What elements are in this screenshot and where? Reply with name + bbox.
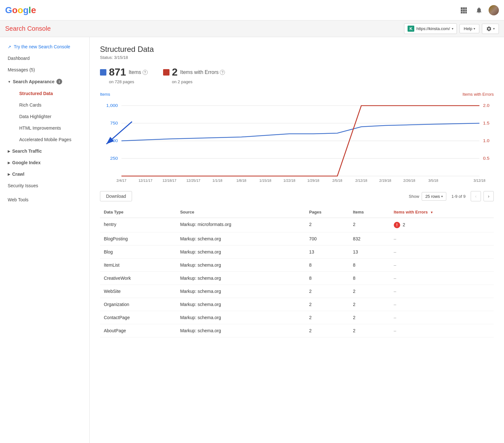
- cell-data-type: BlogPosting: [100, 232, 176, 246]
- svg-text:2.0: 2.0: [483, 103, 490, 108]
- svg-rect-4: [463, 10, 465, 12]
- dash-value: –: [394, 289, 396, 294]
- site-selector[interactable]: K https://kinsta.com/ ▾: [404, 23, 457, 34]
- rows-count: 25 rows: [425, 194, 440, 199]
- svg-rect-6: [461, 12, 463, 13]
- table-row[interactable]: Blog Markup: schema.org 13 13 –: [100, 246, 494, 259]
- table-row[interactable]: BlogPosting Markup: schema.org 700 832 –: [100, 232, 494, 246]
- table-row[interactable]: ContactPage Markup: schema.org 2 2 –: [100, 311, 494, 324]
- sidebar-item-label: HTML Improvements: [19, 125, 61, 131]
- sidebar-section-search-appearance[interactable]: ▼ Search Appearance i: [0, 76, 89, 88]
- sidebar-item-web-tools[interactable]: Web Tools: [0, 194, 89, 205]
- cell-source: Markup: schema.org: [176, 272, 305, 285]
- svg-text:2/5/18: 2/5/18: [332, 179, 342, 182]
- cell-pages: 2: [305, 218, 349, 232]
- svg-rect-1: [463, 7, 465, 9]
- sidebar-item-label: Messages (5): [8, 67, 35, 72]
- sidebar-section-crawl[interactable]: ▶ Crawl: [0, 168, 89, 180]
- sidebar: ↗ Try the new Search Console Dashboard M…: [0, 37, 90, 443]
- svg-rect-2: [465, 7, 467, 9]
- sidebar-item-rich-cards[interactable]: Rich Cards: [12, 99, 89, 111]
- sidebar-item-label: Try the new Search Console: [14, 44, 70, 49]
- settings-button[interactable]: ▾: [482, 24, 499, 34]
- help-button[interactable]: Help ▾: [459, 24, 479, 33]
- cell-errors: –: [390, 232, 494, 246]
- collapse-icon: ▶: [8, 173, 10, 176]
- cell-source: Markup: schema.org: [176, 285, 305, 298]
- cell-source: Markup: schema.org: [176, 246, 305, 259]
- svg-text:3/12/18: 3/12/18: [474, 179, 485, 182]
- top-nav: Google: [0, 0, 504, 20]
- sidebar-item-label: Web Tools: [8, 197, 29, 202]
- svg-text:0.5: 0.5: [483, 156, 490, 161]
- sidebar-item-amp[interactable]: Accelerated Mobile Pages: [12, 134, 89, 145]
- sidebar-section-search-traffic[interactable]: ▶ Search Traffic: [0, 145, 89, 157]
- cell-data-type: Organization: [100, 298, 176, 311]
- rows-chevron: ▾: [441, 195, 443, 198]
- notification-bell-icon[interactable]: [473, 4, 485, 16]
- cell-items: 832: [349, 232, 390, 246]
- grid-icon[interactable]: [458, 4, 469, 16]
- svg-text:750: 750: [110, 121, 118, 125]
- cell-data-type: hentry: [100, 218, 176, 232]
- cell-errors: –: [390, 298, 494, 311]
- svg-rect-7: [463, 12, 465, 13]
- cell-pages: 13: [305, 246, 349, 259]
- items-help-icon[interactable]: ?: [143, 70, 148, 75]
- svg-rect-0: [461, 7, 463, 9]
- chart-legend-row: Items Items with Errors: [100, 92, 494, 97]
- table-row[interactable]: Organization Markup: schema.org 2 2 –: [100, 298, 494, 311]
- table-row[interactable]: AboutPage Markup: schema.org 2 2 –: [100, 324, 494, 337]
- sidebar-item-html-improvements[interactable]: HTML Improvements: [12, 122, 89, 134]
- cell-pages: 2: [305, 298, 349, 311]
- sidebar-item-dashboard[interactable]: Dashboard: [0, 52, 89, 64]
- collapse-icon: ▶: [8, 161, 10, 165]
- cell-errors: –: [390, 324, 494, 337]
- svg-text:1,000: 1,000: [106, 103, 118, 108]
- cell-items: 2: [349, 311, 390, 324]
- prev-page-button[interactable]: ‹: [471, 191, 481, 201]
- dash-value: –: [394, 262, 396, 268]
- cell-items: 13: [349, 246, 390, 259]
- table-row[interactable]: ItemList Markup: schema.org 8 8 –: [100, 259, 494, 272]
- sidebar-item-data-highlighter[interactable]: Data Highlighter: [12, 111, 89, 122]
- cell-pages: 700: [305, 232, 349, 246]
- chart-legend-items: Items: [100, 92, 110, 97]
- svg-rect-8: [465, 12, 467, 13]
- sidebar-item-messages[interactable]: Messages (5): [0, 64, 89, 76]
- sidebar-item-structured-data[interactable]: Structured Data: [12, 88, 89, 99]
- sidebar-item-security-issues[interactable]: Security Issues: [0, 180, 89, 191]
- table-row[interactable]: hentry Markup: microformats.org 2 2 ! 2: [100, 218, 494, 232]
- svg-text:12/18/17: 12/18/17: [162, 179, 177, 182]
- collapse-icon: ▼: [8, 80, 11, 84]
- cell-data-type: ItemList: [100, 259, 176, 272]
- top-nav-right: [458, 4, 499, 16]
- svg-text:2/26/18: 2/26/18: [403, 179, 415, 182]
- content-area: Structured Data Status: 3/15/18 871 Item…: [90, 37, 504, 443]
- cell-errors: –: [390, 272, 494, 285]
- cell-data-type: CreativeWork: [100, 272, 176, 285]
- cell-data-type: AboutPage: [100, 324, 176, 337]
- errors-stat: 2 Items with Errors ? on 2 pages: [163, 66, 225, 84]
- avatar[interactable]: [489, 5, 499, 15]
- next-page-button[interactable]: ›: [483, 191, 494, 201]
- cell-pages: 2: [305, 311, 349, 324]
- download-button[interactable]: Download: [100, 191, 132, 201]
- table-body: hentry Markup: microformats.org 2 2 ! 2 …: [100, 218, 494, 337]
- sidebar-section-google-index[interactable]: ▶ Google Index: [0, 157, 89, 168]
- cell-errors: –: [390, 246, 494, 259]
- table-row[interactable]: CreativeWork Markup: schema.org 8 8 –: [100, 272, 494, 285]
- help-chevron: ▾: [474, 27, 475, 30]
- col-errors[interactable]: Items with Errors ▼: [390, 206, 494, 218]
- google-logo: Google: [5, 5, 36, 15]
- cell-items: 2: [349, 218, 390, 232]
- site-k-logo: K: [408, 26, 414, 32]
- svg-text:250: 250: [110, 156, 118, 161]
- rows-select[interactable]: 25 rows ▾: [422, 192, 446, 201]
- sidebar-item-new-console[interactable]: ↗ Try the new Search Console: [0, 41, 89, 52]
- table-row[interactable]: WebSite Markup: schema.org 2 2 –: [100, 285, 494, 298]
- cell-pages: 8: [305, 259, 349, 272]
- errors-help-icon[interactable]: ?: [220, 70, 225, 75]
- table-header-row: Data Type Source Pages Items Items with …: [100, 206, 494, 218]
- site-selector-chevron: ▾: [452, 27, 453, 30]
